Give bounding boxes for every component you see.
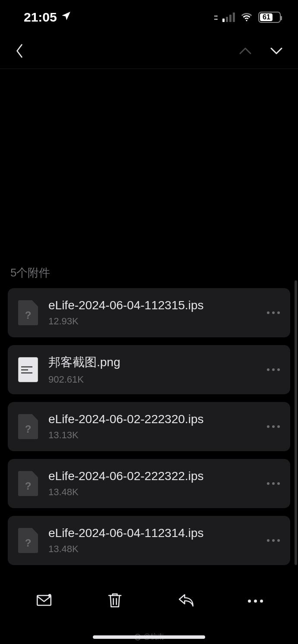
delete-button[interactable] (106, 591, 124, 611)
file-icon: ? (18, 471, 38, 496)
attachment-item[interactable]: 邦客截图.png 902.61K (8, 345, 290, 394)
content-area[interactable]: 5个附件 ? eLife-2024-06-04-112315.ips 12.93… (0, 69, 298, 575)
scrollbar[interactable] (295, 280, 297, 565)
attachment-name: eLife-2024-06-02-222322.ips (48, 469, 257, 483)
file-icon: ? (18, 300, 38, 325)
status-left: 21:05 (24, 10, 72, 25)
battery-icon: 61 (258, 12, 281, 23)
file-icon: ? (18, 528, 38, 553)
attachment-item[interactable]: ? eLife-2024-06-02-222320.ips 13.13K (8, 402, 290, 451)
attachment-more-button[interactable] (267, 368, 280, 371)
attachment-list: ? eLife-2024-06-04-112315.ips 12.93K 邦客截… (0, 288, 298, 565)
svg-point-2 (48, 594, 51, 597)
dual-sim-icon: :: (214, 13, 217, 22)
bottom-area: @杭南 (0, 627, 298, 644)
wifi-icon (240, 11, 253, 24)
attachment-size: 902.61K (48, 374, 257, 385)
attachment-size: 13.13K (48, 430, 257, 441)
attachment-name: eLife-2024-06-02-222320.ips (48, 412, 257, 426)
attachment-size: 12.93K (48, 316, 257, 327)
nav-bar (0, 35, 298, 69)
home-indicator[interactable] (93, 635, 205, 639)
reply-button[interactable] (177, 591, 195, 611)
prev-message-button[interactable] (238, 47, 252, 57)
svg-rect-1 (37, 596, 51, 606)
image-thumbnail-icon (18, 357, 38, 382)
cellular-icon (222, 13, 235, 22)
attachment-more-button[interactable] (267, 311, 280, 314)
attachment-more-button[interactable] (267, 482, 280, 485)
attachments-heading: 5个附件 (0, 265, 298, 288)
status-right: :: 61 (214, 11, 281, 24)
more-actions-button[interactable] (248, 600, 263, 603)
svg-point-0 (246, 20, 247, 21)
attachment-item[interactable]: ? eLife-2024-06-02-222322.ips 13.48K (8, 459, 290, 508)
attachment-name: eLife-2024-06-04-112315.ips (48, 298, 257, 312)
compose-button[interactable] (35, 591, 53, 611)
attachment-name: 邦客截图.png (48, 354, 257, 371)
back-button[interactable] (15, 43, 24, 60)
attachment-size: 13.48K (48, 487, 257, 498)
attachment-item[interactable]: ? eLife-2024-06-04-112315.ips 12.93K (8, 288, 290, 337)
attachment-name: eLife-2024-06-04-112314.ips (48, 526, 257, 540)
bottom-toolbar (0, 575, 298, 627)
battery-percent: 61 (263, 13, 270, 21)
status-bar: 21:05 :: 61 (0, 0, 298, 35)
location-icon (60, 10, 72, 25)
attachment-item[interactable]: ? eLife-2024-06-04-112314.ips 13.48K (8, 516, 290, 565)
attachment-more-button[interactable] (267, 425, 280, 428)
message-body-area (0, 69, 298, 265)
attachment-more-button[interactable] (267, 539, 280, 542)
status-time: 21:05 (24, 10, 57, 25)
next-message-button[interactable] (269, 47, 283, 57)
file-icon: ? (18, 414, 38, 439)
attachment-size: 13.48K (48, 543, 257, 555)
